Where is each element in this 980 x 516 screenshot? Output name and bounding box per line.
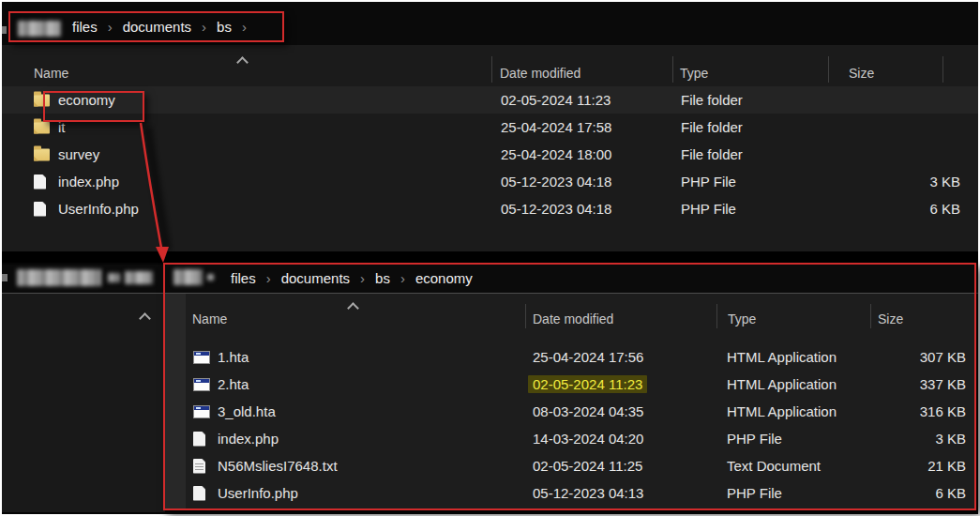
address-bar-bottom: files›documents›bs›economy <box>2 265 978 293</box>
file-row[interactable]: N56MsliesI7648.txt02-05-2024 11:25Text D… <box>2 452 978 479</box>
column-header-name[interactable]: Name <box>192 311 227 326</box>
folder-icon <box>34 94 50 106</box>
column-separator[interactable] <box>870 304 871 328</box>
column-separator[interactable] <box>716 304 717 328</box>
file-type: PHP File <box>681 168 736 195</box>
collapse-caret-icon[interactable] <box>139 312 151 325</box>
breadcrumb-top: files›documents›bs› <box>72 19 247 35</box>
file-name: index.php <box>58 168 119 195</box>
file-type: File folder <box>681 141 743 168</box>
column-header-name[interactable]: Name <box>34 66 68 81</box>
file-name: N56MsliesI7648.txt <box>218 452 338 479</box>
breadcrumb-chevron-icon: › <box>202 19 206 35</box>
file-icon <box>193 432 205 447</box>
file-date: 05-12-2023 04:13 <box>533 479 643 507</box>
redacted-window-label <box>108 273 120 282</box>
clipped-nav-icon <box>2 26 7 34</box>
file-date: 05-12-2023 04:18 <box>501 168 611 195</box>
file-date: 25-04-2024 18:00 <box>501 141 611 168</box>
explorer-window-bottom: files›documents›bs›economy Name Date mod… <box>2 263 978 514</box>
redacted-drive-label <box>173 269 203 285</box>
file-name: 2.hta <box>218 371 249 398</box>
file-type: HTML Application <box>727 398 837 425</box>
file-date: 25-04-2024 17:56 <box>533 343 643 371</box>
redacted-window-label <box>125 271 153 284</box>
breadcrumb-chevron-icon: › <box>400 270 405 286</box>
file-row[interactable]: it25-04-2024 17:58File folder <box>2 114 978 141</box>
breadcrumb-bottom: files›documents›bs›economy <box>231 270 473 286</box>
file-row[interactable]: 3_old.hta08-03-2024 04:35HTML Applicatio… <box>2 398 978 425</box>
breadcrumb-chevron-icon: › <box>360 270 365 286</box>
file-size: 6 KB <box>825 195 960 222</box>
column-separator[interactable] <box>942 56 943 83</box>
file-type: File folder <box>681 114 743 141</box>
column-header-size[interactable]: Size <box>878 311 903 326</box>
breadcrumb-chevron-icon: › <box>108 19 113 35</box>
breadcrumb-chevron-icon: › <box>266 270 271 286</box>
clipped-nav-icon <box>2 274 8 281</box>
file-list-top: economy02-05-2024 11:23File folderit25-0… <box>2 86 978 222</box>
column-separator[interactable] <box>525 304 526 328</box>
date-highlight: 02-05-2024 11:23 <box>528 375 647 393</box>
file-name: UserInfo.php <box>58 195 139 222</box>
file-list-bottom: 1.hta25-04-2024 17:56HTML Application307… <box>2 343 978 507</box>
file-row[interactable]: index.php14-03-2024 04:20PHP File3 KB <box>2 425 978 452</box>
breadcrumb-segment[interactable]: bs <box>217 19 232 35</box>
file-row[interactable]: survey25-04-2024 18:00File folder <box>2 141 978 168</box>
breadcrumb-segment[interactable]: documents <box>281 270 350 286</box>
file-size <box>825 86 960 114</box>
file-date: 02-05-2024 11:23 <box>501 86 611 114</box>
file-name: 1.hta <box>218 343 249 371</box>
column-separator[interactable] <box>672 56 673 83</box>
file-name: index.php <box>218 425 279 452</box>
file-row[interactable]: UserInfo.php05-12-2023 04:13PHP File6 KB <box>2 479 978 507</box>
column-header-date[interactable]: Date modified <box>500 66 580 81</box>
column-separator[interactable] <box>491 56 492 83</box>
breadcrumb-segment[interactable]: economy <box>415 270 473 286</box>
file-name: UserInfo.php <box>218 479 298 507</box>
file-type: File folder <box>681 86 743 114</box>
breadcrumb-segment[interactable]: bs <box>375 270 390 286</box>
file-date: 05-12-2023 04:18 <box>501 195 611 222</box>
file-size <box>825 141 960 168</box>
file-row[interactable]: 1.hta25-04-2024 17:56HTML Application307… <box>2 343 978 371</box>
hta-icon <box>193 378 210 391</box>
file-size: 307 KB <box>835 343 966 371</box>
explorer-window-top: files›documents›bs› Name Date modified T… <box>2 2 978 251</box>
file-row[interactable]: economy02-05-2024 11:23File folder <box>2 86 978 114</box>
file-row[interactable]: index.php05-12-2023 04:18PHP File3 KB <box>2 168 978 195</box>
column-header-type[interactable]: Type <box>680 66 708 81</box>
file-size: 3 KB <box>825 168 960 195</box>
redacted-drive-label <box>18 21 61 37</box>
file-size: 6 KB <box>835 479 966 507</box>
txt-icon <box>193 459 205 474</box>
file-name: survey <box>58 141 99 168</box>
file-size: 21 KB <box>835 452 966 479</box>
file-icon <box>34 175 46 190</box>
column-separator[interactable] <box>828 56 829 83</box>
file-date: 02-05-2024 11:25 <box>533 452 642 479</box>
folder-icon <box>34 148 50 160</box>
breadcrumb-segment[interactable]: files <box>231 270 256 286</box>
file-date: 14-03-2024 04:20 <box>533 425 643 452</box>
file-size: 337 KB <box>835 371 966 398</box>
file-size: 316 KB <box>835 398 966 425</box>
column-header-size[interactable]: Size <box>849 66 874 81</box>
hta-icon <box>193 405 210 418</box>
file-type: PHP File <box>681 195 736 222</box>
breadcrumb-segment[interactable]: files <box>72 19 98 35</box>
screenshot-frame: files›documents›bs› Name Date modified T… <box>0 0 980 516</box>
file-type: HTML Application <box>727 343 837 371</box>
file-row[interactable]: 2.hta02-05-2024 11:23HTML Application337… <box>2 371 978 398</box>
redacted-window-label <box>17 269 101 286</box>
annotation-box-breadcrumb: files›documents›bs› <box>8 11 284 42</box>
file-icon <box>193 486 205 501</box>
breadcrumb-segment[interactable]: documents <box>123 19 191 35</box>
sort-caret-icon[interactable] <box>236 56 249 68</box>
file-date: 02-05-2024 11:23 <box>533 371 647 398</box>
file-row[interactable]: UserInfo.php05-12-2023 04:18PHP File6 KB <box>2 195 978 222</box>
file-type: HTML Application <box>727 371 837 398</box>
column-header-date[interactable]: Date modified <box>533 311 613 326</box>
column-header-type[interactable]: Type <box>728 311 756 326</box>
redacted-drive-label <box>207 274 214 281</box>
